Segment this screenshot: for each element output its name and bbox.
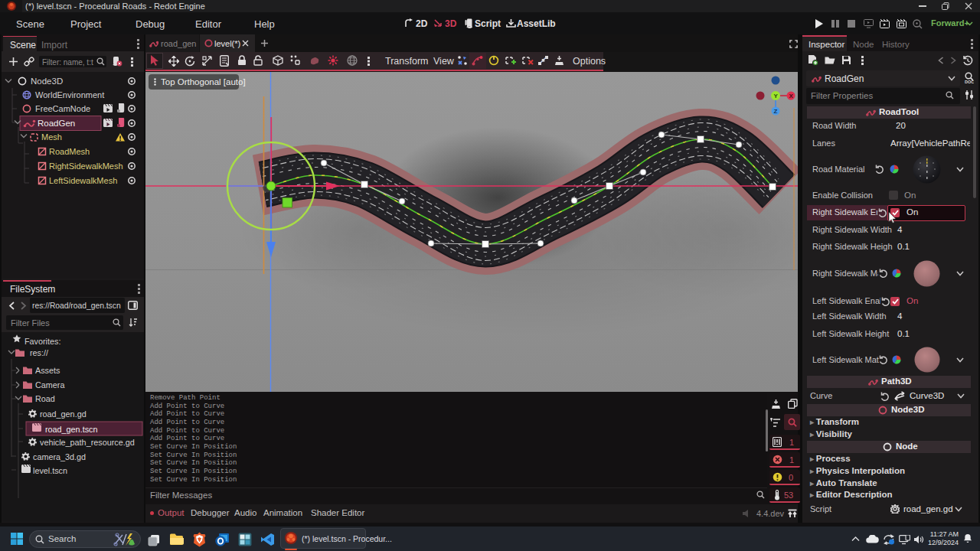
svg-text:Road: Road — [35, 394, 55, 403]
svg-text:vehicle_path_resource.gd: vehicle_path_resource.gd — [40, 438, 135, 447]
svg-text:level.tscn: level.tscn — [33, 466, 67, 475]
svg-text:LeftSidewalkMesh: LeftSidewalkMesh — [49, 176, 117, 185]
svg-text:Top Orthogonal [auto]: Top Orthogonal [auto] — [161, 77, 246, 86]
svg-text:RoadMesh: RoadMesh — [49, 147, 90, 156]
svg-text:RoadGen: RoadGen — [38, 119, 75, 128]
svg-text:Camera: Camera — [35, 380, 64, 390]
svg-text:Y: Y — [774, 93, 779, 99]
svg-text:DOC: DOC — [965, 80, 974, 84]
svg-text:Node3D: Node3D — [31, 77, 63, 86]
svg-text:road_gen.gd: road_gen.gd — [40, 409, 87, 419]
svg-text:Assets: Assets — [35, 366, 60, 375]
svg-text:Favorites:: Favorites: — [24, 337, 60, 346]
svg-text:RightSidewalkMesh: RightSidewalkMesh — [49, 161, 123, 171]
svg-text:res://: res:// — [30, 348, 48, 357]
svg-text:WorldEnvironment: WorldEnvironment — [35, 90, 104, 99]
svg-text:X: X — [789, 93, 794, 99]
svg-text:road_gen.tscn: road_gen.tscn — [45, 425, 97, 434]
svg-text:FreeCamNode: FreeCamNode — [35, 104, 90, 113]
svg-text:Z: Z — [774, 108, 778, 115]
svg-text:camera_3d.gd: camera_3d.gd — [33, 452, 86, 461]
svg-text:Mesh: Mesh — [41, 132, 62, 142]
